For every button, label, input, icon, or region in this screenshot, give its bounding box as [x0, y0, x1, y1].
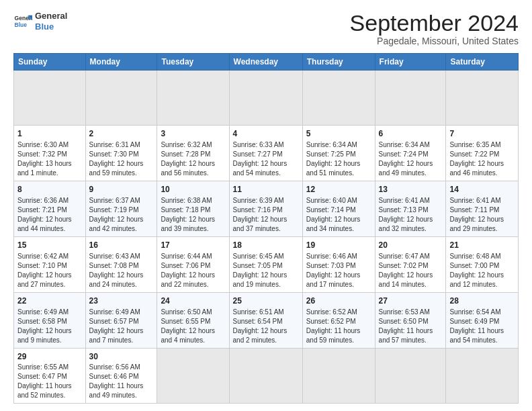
sunset-time: Sunset: 7:24 PM — [379, 150, 429, 158]
sunrise-time: Sunrise: 6:42 AM — [17, 253, 69, 260]
day-number: 20 — [379, 240, 443, 251]
table-cell: 6Sunrise: 6:34 AMSunset: 7:24 PMDaylight… — [375, 126, 446, 181]
day-number: 15 — [17, 240, 82, 251]
table-cell: 1Sunrise: 6:30 AMSunset: 7:32 PMDaylight… — [14, 126, 86, 181]
svg-text:Blue: Blue — [15, 21, 28, 28]
sunset-time: Sunset: 7:30 PM — [89, 150, 139, 158]
sunset-time: Sunset: 7:16 PM — [233, 206, 283, 214]
daylight-hours: Daylight: 12 hours and 42 minutes. — [89, 216, 144, 232]
daylight-hours: Daylight: 12 hours and 17 minutes. — [306, 271, 361, 288]
daylight-hours: Daylight: 12 hours and 2 minutes. — [233, 327, 287, 344]
table-cell: 11Sunrise: 6:39 AMSunset: 7:16 PMDayligh… — [229, 181, 302, 237]
sunset-time: Sunset: 7:14 PM — [306, 206, 356, 214]
day-number: 10 — [161, 184, 225, 195]
sunset-time: Sunset: 7:27 PM — [233, 150, 283, 158]
sunset-time: Sunset: 7:22 PM — [449, 150, 499, 158]
col-tuesday: Tuesday — [157, 54, 229, 71]
sunrise-time: Sunrise: 6:43 AM — [89, 253, 140, 260]
day-number: 30 — [89, 351, 154, 363]
day-number: 1 — [17, 128, 82, 140]
daylight-hours: Daylight: 12 hours and 7 minutes. — [89, 327, 144, 344]
calendar-table: Sunday Monday Tuesday Wednesday Thursday… — [13, 53, 519, 404]
table-cell: 18Sunrise: 6:45 AMSunset: 7:05 PMDayligh… — [229, 236, 302, 292]
page: General Blue General Blue September 2024… — [0, 0, 532, 410]
sunset-time: Sunset: 7:00 PM — [449, 262, 499, 269]
table-cell — [229, 348, 302, 404]
sunrise-time: Sunrise: 6:54 AM — [449, 308, 500, 316]
sunset-time: Sunset: 6:58 PM — [17, 318, 67, 325]
col-friday: Friday — [375, 54, 446, 71]
day-number: 24 — [161, 295, 225, 307]
sunset-time: Sunset: 6:55 PM — [161, 318, 210, 325]
table-cell: 20Sunrise: 6:47 AMSunset: 7:02 PMDayligh… — [375, 236, 446, 292]
daylight-hours: Daylight: 12 hours and 51 minutes. — [306, 160, 361, 177]
table-cell — [85, 71, 157, 126]
sunrise-time: Sunrise: 6:37 AM — [89, 197, 140, 204]
sunrise-time: Sunrise: 6:50 AM — [161, 308, 212, 316]
day-number: 13 — [379, 184, 443, 195]
table-cell: 22Sunrise: 6:49 AMSunset: 6:58 PMDayligh… — [14, 292, 86, 348]
daylight-hours: Daylight: 11 hours and 57 minutes. — [379, 327, 433, 344]
daylight-hours: Daylight: 12 hours and 14 minutes. — [379, 271, 433, 288]
sunrise-time: Sunrise: 6:48 AM — [449, 253, 500, 260]
daylight-hours: Daylight: 12 hours and 54 minutes. — [233, 160, 287, 177]
sunrise-time: Sunrise: 6:41 AM — [379, 197, 430, 204]
sunset-time: Sunset: 7:08 PM — [89, 262, 139, 269]
day-number: 27 — [379, 295, 443, 307]
table-cell: 5Sunrise: 6:34 AMSunset: 7:25 PMDaylight… — [302, 126, 375, 181]
sunset-time: Sunset: 7:18 PM — [161, 206, 210, 214]
daylight-hours: Daylight: 12 hours and 22 minutes. — [161, 271, 215, 288]
logo-text-blue: Blue — [35, 21, 67, 32]
sunset-time: Sunset: 7:02 PM — [379, 262, 429, 269]
daylight-hours: Daylight: 12 hours and 4 minutes. — [161, 327, 215, 344]
sunrise-time: Sunrise: 6:53 AM — [379, 308, 430, 316]
col-wednesday: Wednesday — [229, 54, 302, 71]
sunrise-time: Sunrise: 6:49 AM — [89, 308, 140, 316]
sunrise-time: Sunrise: 6:44 AM — [161, 253, 212, 260]
table-cell — [157, 348, 229, 404]
sunset-time: Sunset: 7:03 PM — [306, 262, 356, 269]
logo-text-general: General — [35, 11, 67, 21]
table-cell: 24Sunrise: 6:50 AMSunset: 6:55 PMDayligh… — [157, 292, 229, 348]
sunrise-time: Sunrise: 6:47 AM — [379, 253, 430, 260]
logo: General Blue General Blue — [13, 11, 67, 32]
header-row: Sunday Monday Tuesday Wednesday Thursday… — [14, 54, 519, 71]
daylight-hours: Daylight: 12 hours and 56 minutes. — [161, 160, 215, 177]
day-number: 14 — [449, 184, 515, 195]
table-cell: 28Sunrise: 6:54 AMSunset: 6:49 PMDayligh… — [446, 292, 519, 348]
table-cell — [446, 71, 519, 126]
table-cell: 15Sunrise: 6:42 AMSunset: 7:10 PMDayligh… — [14, 236, 86, 292]
daylight-hours: Daylight: 11 hours and 49 minutes. — [89, 382, 144, 399]
sunset-time: Sunset: 7:25 PM — [306, 150, 356, 158]
sunset-time: Sunset: 7:32 PM — [17, 150, 67, 158]
sunrise-time: Sunrise: 6:41 AM — [449, 197, 500, 204]
col-sunday: Sunday — [14, 54, 86, 71]
day-number: 2 — [89, 128, 154, 140]
sunrise-time: Sunrise: 6:34 AM — [379, 141, 430, 148]
daylight-hours: Daylight: 11 hours and 59 minutes. — [306, 327, 361, 344]
sunrise-time: Sunrise: 6:34 AM — [306, 141, 357, 148]
table-cell — [14, 71, 86, 126]
title-block: September 2024 Pagedale, Missouri, Unite… — [350, 11, 519, 46]
daylight-hours: Daylight: 12 hours and 29 minutes. — [449, 216, 504, 232]
day-number: 6 — [379, 128, 443, 140]
location-subtitle: Pagedale, Missouri, United States — [350, 36, 519, 46]
daylight-hours: Daylight: 12 hours and 32 minutes. — [379, 216, 433, 232]
table-cell — [157, 71, 229, 126]
day-number: 12 — [306, 184, 371, 195]
sunrise-time: Sunrise: 6:46 AM — [306, 253, 357, 260]
daylight-hours: Daylight: 12 hours and 44 minutes. — [17, 216, 72, 232]
sunset-time: Sunset: 6:54 PM — [233, 318, 283, 325]
sunset-time: Sunset: 6:46 PM — [89, 373, 139, 380]
col-saturday: Saturday — [446, 54, 519, 71]
sunrise-time: Sunrise: 6:52 AM — [306, 308, 357, 316]
table-cell: 23Sunrise: 6:49 AMSunset: 6:57 PMDayligh… — [85, 292, 157, 348]
table-cell — [446, 348, 519, 404]
daylight-hours: Daylight: 12 hours and 9 minutes. — [17, 327, 72, 344]
sunrise-time: Sunrise: 6:32 AM — [161, 141, 212, 148]
daylight-hours: Daylight: 11 hours and 52 minutes. — [17, 382, 72, 399]
table-cell: 25Sunrise: 6:51 AMSunset: 6:54 PMDayligh… — [229, 292, 302, 348]
table-cell: 29Sunrise: 6:55 AMSunset: 6:47 PMDayligh… — [14, 348, 86, 404]
day-number: 11 — [233, 184, 299, 195]
sunrise-time: Sunrise: 6:30 AM — [17, 141, 69, 148]
